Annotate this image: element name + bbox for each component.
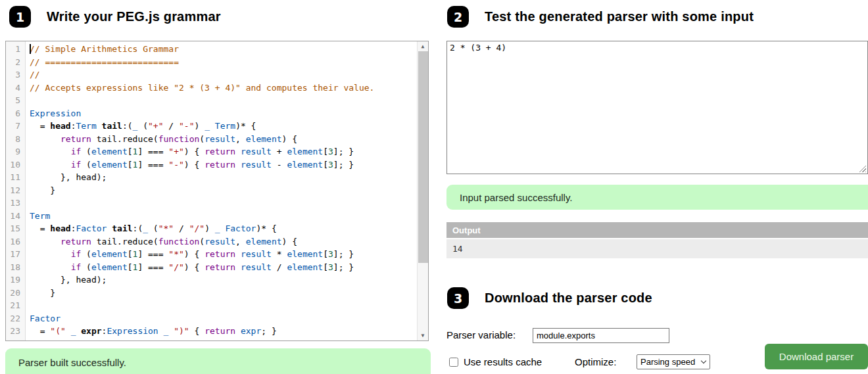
- code-line: 18 if (element[1] === "/") { return resu…: [6, 261, 417, 274]
- code-line: 17 if (element[1] === "*") { return resu…: [6, 248, 417, 261]
- line-number: 21: [6, 299, 26, 312]
- code-line: 14Term: [6, 210, 417, 223]
- line-number: 12: [6, 184, 26, 197]
- line-number: 17: [6, 248, 26, 261]
- line-number: 18: [6, 261, 26, 274]
- parser-variable-label: Parser variable:: [446, 329, 516, 340]
- chevron-down-icon: [701, 358, 706, 363]
- editor-scrollbar[interactable]: ▲ ▼: [417, 41, 428, 340]
- line-number: 16: [6, 235, 26, 248]
- optimize-selected-option: Parsing speed: [640, 357, 695, 367]
- code-line: 6Expression: [6, 107, 417, 120]
- step-3-title: Download the parser code: [485, 291, 652, 306]
- line-number: 19: [6, 273, 26, 287]
- code-line: 7 = head:Term tail:(_ ("+" / "-") _ Term…: [6, 120, 417, 133]
- line-number: 8: [6, 133, 26, 146]
- code-line: 20 }: [6, 287, 417, 300]
- output-table-header: Output: [446, 222, 868, 238]
- line-number: 11: [6, 171, 26, 184]
- code-line: 21: [6, 299, 417, 312]
- output-table: Output 14: [446, 222, 868, 258]
- optimize-select[interactable]: Parsing speed: [637, 354, 710, 369]
- text-cursor: [30, 44, 31, 54]
- code-line: 19 }, head);: [6, 273, 417, 287]
- code-line: 1// Simple Arithmetics Grammar: [6, 43, 417, 56]
- output-table-value: 14: [446, 239, 868, 258]
- download-parser-button[interactable]: Download parser: [765, 344, 868, 369]
- line-number: 10: [6, 158, 26, 172]
- build-status-message: Parser built successfully.: [5, 348, 431, 374]
- code-line: 15 = head:Factor tail:(_ ("*" / "/") _ F…: [6, 222, 417, 235]
- line-number: 4: [6, 82, 26, 95]
- line-number: 15: [6, 222, 26, 235]
- code-line: 4// Accepts expressions like "2 * (3 + 4…: [6, 82, 417, 95]
- code-line: 22Factor: [6, 312, 417, 325]
- line-number: 23: [6, 325, 26, 338]
- code-line: 16 return tail.reduce(function(result, e…: [6, 235, 417, 248]
- line-number: 20: [6, 287, 26, 300]
- line-number: 13: [6, 197, 26, 210]
- scrollbar-thumb[interactable]: [418, 51, 428, 263]
- parser-test-input[interactable]: 2 * (3 + 4): [446, 41, 868, 174]
- step-2-badge: 2: [447, 6, 469, 28]
- line-number: 3: [6, 68, 26, 82]
- line-number: 14: [6, 210, 26, 223]
- line-number: 5: [6, 94, 26, 107]
- grammar-editor[interactable]: 1// Simple Arithmetics Grammar2// ======…: [5, 41, 429, 341]
- step-2-header: 2 Test the generated parser with some in…: [447, 6, 754, 28]
- code-line: 13: [6, 197, 417, 210]
- code-line: 12 }: [6, 184, 417, 197]
- code-line: 9 if (element[1] === "+") { return resul…: [6, 145, 417, 158]
- code-line: 8 return tail.reduce(function(result, el…: [6, 133, 417, 146]
- optimize-label: Optimize:: [575, 356, 616, 367]
- pegjs-online-page: { "colors": { "step_badge_bg": "#000000"…: [0, 0, 868, 374]
- line-number: 22: [6, 312, 26, 325]
- parse-status-message: Input parsed successfully.: [446, 185, 868, 210]
- parser-variable-input[interactable]: [533, 328, 669, 343]
- scroll-down-icon[interactable]: ▼: [418, 331, 428, 340]
- step-2-title: Test the generated parser with some inpu…: [485, 9, 754, 24]
- step-1-badge: 1: [9, 6, 31, 28]
- code-line: 3//: [6, 68, 417, 82]
- code-line: 23 = "(" _ expr:Expression _ ")" { retur…: [6, 325, 417, 338]
- code-line: 5: [6, 94, 417, 107]
- line-number: 6: [6, 107, 26, 120]
- use-results-cache-checkbox[interactable]: [449, 358, 458, 367]
- use-results-cache-label[interactable]: Use results cache: [464, 356, 542, 367]
- step-1-title: Write your PEG.js grammar: [47, 9, 221, 24]
- code-line: 11 }, head);: [6, 171, 417, 184]
- step-1-header: 1 Write your PEG.js grammar: [9, 6, 221, 28]
- code-line: 2// ==========================: [6, 56, 417, 69]
- grammar-editor-lines: 1// Simple Arithmetics Grammar2// ======…: [6, 43, 417, 338]
- code-line: 10 if (element[1] === "-") { return resu…: [6, 158, 417, 172]
- line-number: 9: [6, 145, 26, 158]
- scroll-up-icon[interactable]: ▲: [418, 41, 428, 51]
- line-number: 2: [6, 56, 26, 69]
- step-3-badge: 3: [447, 287, 469, 309]
- step-3-header: 3 Download the parser code: [447, 287, 652, 309]
- line-number: 7: [6, 120, 26, 133]
- line-number: 1: [6, 43, 26, 56]
